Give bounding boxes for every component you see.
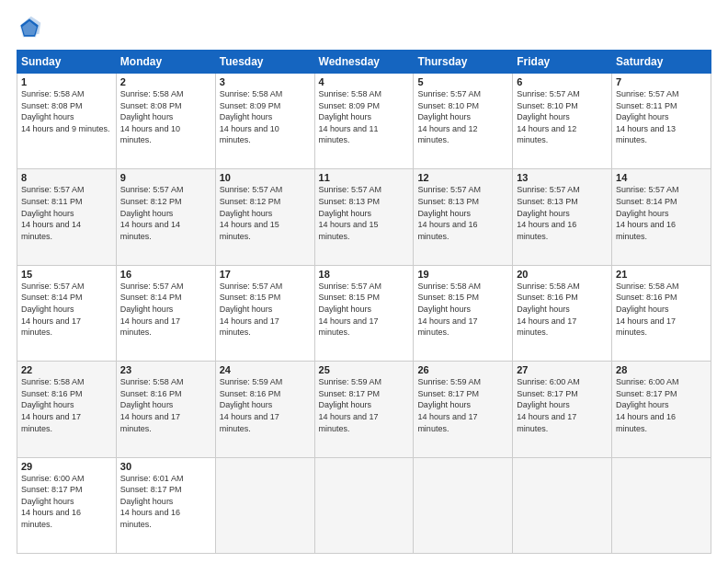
calendar-cell: 5Sunrise: 5:57 AMSunset: 8:10 PMDaylight… xyxy=(414,74,513,169)
calendar-cell: 18Sunrise: 5:57 AMSunset: 8:15 PMDayligh… xyxy=(314,265,414,361)
calendar-cell: 29Sunrise: 6:00 AMSunset: 8:17 PMDayligh… xyxy=(17,457,117,553)
day-info: Sunrise: 5:58 AMSunset: 8:15 PMDaylight … xyxy=(417,281,508,339)
day-number: 26 xyxy=(417,364,508,375)
day-info: Sunrise: 5:57 AMSunset: 8:12 PMDaylight … xyxy=(220,184,311,242)
day-number: 4 xyxy=(319,76,410,87)
day-info: Sunrise: 5:58 AMSunset: 8:09 PMDaylight … xyxy=(319,88,410,146)
calendar-cell: 23Sunrise: 5:58 AMSunset: 8:16 PMDayligh… xyxy=(116,362,215,457)
page: SundayMondayTuesdayWednesdayThursdayFrid… xyxy=(0,0,728,563)
day-number: 9 xyxy=(120,172,211,183)
calendar-cell: 1Sunrise: 5:58 AMSunset: 8:08 PMDaylight… xyxy=(17,74,117,169)
day-info: Sunrise: 5:57 AMSunset: 8:10 PMDaylight … xyxy=(517,88,608,146)
calendar-cell: 14Sunrise: 5:57 AMSunset: 8:14 PMDayligh… xyxy=(612,169,711,265)
day-number: 15 xyxy=(21,269,112,280)
weekday-header-monday: Monday xyxy=(116,51,215,74)
day-info: Sunrise: 5:58 AMSunset: 8:16 PMDaylight … xyxy=(517,281,608,339)
day-info: Sunrise: 5:57 AMSunset: 8:13 PMDaylight … xyxy=(517,184,608,242)
calendar-cell: 22Sunrise: 5:58 AMSunset: 8:16 PMDayligh… xyxy=(17,362,117,457)
calendar-cell: 9Sunrise: 5:57 AMSunset: 8:12 PMDaylight… xyxy=(116,169,215,265)
calendar-cell xyxy=(215,457,314,553)
day-number: 11 xyxy=(319,172,410,183)
day-info: Sunrise: 5:59 AMSunset: 8:16 PMDaylight … xyxy=(220,376,311,434)
calendar-week-row: 15Sunrise: 5:57 AMSunset: 8:14 PMDayligh… xyxy=(17,265,711,361)
calendar-cell: 17Sunrise: 5:57 AMSunset: 8:15 PMDayligh… xyxy=(215,265,314,361)
day-number: 10 xyxy=(220,172,311,183)
calendar-cell: 15Sunrise: 5:57 AMSunset: 8:14 PMDayligh… xyxy=(17,265,117,361)
day-info: Sunrise: 5:59 AMSunset: 8:17 PMDaylight … xyxy=(319,376,410,434)
day-number: 5 xyxy=(417,76,508,87)
calendar-cell: 30Sunrise: 6:01 AMSunset: 8:17 PMDayligh… xyxy=(116,457,215,553)
day-info: Sunrise: 6:00 AMSunset: 8:17 PMDaylight … xyxy=(21,473,112,531)
weekday-header-saturday: Saturday xyxy=(612,51,711,74)
day-info: Sunrise: 6:01 AMSunset: 8:17 PMDaylight … xyxy=(120,473,211,531)
day-info: Sunrise: 5:57 AMSunset: 8:14 PMDaylight … xyxy=(616,184,707,242)
day-info: Sunrise: 5:57 AMSunset: 8:11 PMDaylight … xyxy=(616,88,707,146)
day-info: Sunrise: 5:57 AMSunset: 8:13 PMDaylight … xyxy=(319,184,410,242)
calendar-cell xyxy=(612,457,711,553)
day-number: 6 xyxy=(517,76,608,87)
calendar-cell: 8Sunrise: 5:57 AMSunset: 8:11 PMDaylight… xyxy=(17,169,117,265)
day-info: Sunrise: 5:57 AMSunset: 8:15 PMDaylight … xyxy=(220,281,311,339)
day-number: 8 xyxy=(21,172,112,183)
calendar-week-row: 29Sunrise: 6:00 AMSunset: 8:17 PMDayligh… xyxy=(17,457,711,553)
day-info: Sunrise: 5:58 AMSunset: 8:16 PMDaylight … xyxy=(616,281,707,339)
day-info: Sunrise: 5:57 AMSunset: 8:15 PMDaylight … xyxy=(319,281,410,339)
day-number: 27 xyxy=(517,364,608,375)
calendar-cell xyxy=(314,457,414,553)
day-info: Sunrise: 5:57 AMSunset: 8:13 PMDaylight … xyxy=(417,184,508,242)
calendar-cell: 27Sunrise: 6:00 AMSunset: 8:17 PMDayligh… xyxy=(513,362,612,457)
day-number: 19 xyxy=(417,269,508,280)
day-number: 30 xyxy=(120,461,211,472)
calendar-cell: 12Sunrise: 5:57 AMSunset: 8:13 PMDayligh… xyxy=(414,169,513,265)
day-number: 22 xyxy=(21,364,112,375)
calendar-week-row: 22Sunrise: 5:58 AMSunset: 8:16 PMDayligh… xyxy=(17,362,711,457)
header xyxy=(17,15,711,40)
calendar-cell: 20Sunrise: 5:58 AMSunset: 8:16 PMDayligh… xyxy=(513,265,612,361)
day-info: Sunrise: 5:57 AMSunset: 8:14 PMDaylight … xyxy=(120,281,211,339)
day-number: 23 xyxy=(120,364,211,375)
day-number: 7 xyxy=(616,76,707,87)
day-number: 3 xyxy=(220,76,311,87)
day-info: Sunrise: 5:58 AMSunset: 8:09 PMDaylight … xyxy=(220,88,311,146)
day-info: Sunrise: 5:57 AMSunset: 8:10 PMDaylight … xyxy=(417,88,508,146)
weekday-header-friday: Friday xyxy=(513,51,612,74)
day-number: 25 xyxy=(319,364,410,375)
calendar-cell: 24Sunrise: 5:59 AMSunset: 8:16 PMDayligh… xyxy=(215,362,314,457)
day-number: 16 xyxy=(120,269,211,280)
calendar-cell: 26Sunrise: 5:59 AMSunset: 8:17 PMDayligh… xyxy=(414,362,513,457)
day-number: 1 xyxy=(21,76,112,87)
day-number: 17 xyxy=(220,269,311,280)
calendar-cell: 2Sunrise: 5:58 AMSunset: 8:08 PMDaylight… xyxy=(116,74,215,169)
day-info: Sunrise: 6:00 AMSunset: 8:17 PMDaylight … xyxy=(616,376,707,434)
day-info: Sunrise: 5:58 AMSunset: 8:16 PMDaylight … xyxy=(21,376,112,434)
logo xyxy=(17,15,46,40)
day-number: 13 xyxy=(517,172,608,183)
weekday-header-tuesday: Tuesday xyxy=(215,51,314,74)
day-info: Sunrise: 5:59 AMSunset: 8:17 PMDaylight … xyxy=(417,376,508,434)
calendar-cell: 11Sunrise: 5:57 AMSunset: 8:13 PMDayligh… xyxy=(314,169,414,265)
day-number: 2 xyxy=(120,76,211,87)
day-number: 12 xyxy=(417,172,508,183)
calendar-week-row: 8Sunrise: 5:57 AMSunset: 8:11 PMDaylight… xyxy=(17,169,711,265)
day-info: Sunrise: 5:57 AMSunset: 8:11 PMDaylight … xyxy=(21,184,112,242)
calendar-cell: 7Sunrise: 5:57 AMSunset: 8:11 PMDaylight… xyxy=(612,74,711,169)
calendar-cell: 4Sunrise: 5:58 AMSunset: 8:09 PMDaylight… xyxy=(314,74,414,169)
calendar-week-row: 1Sunrise: 5:58 AMSunset: 8:08 PMDaylight… xyxy=(17,74,711,169)
weekday-header-wednesday: Wednesday xyxy=(314,51,414,74)
calendar-cell: 28Sunrise: 6:00 AMSunset: 8:17 PMDayligh… xyxy=(612,362,711,457)
calendar-cell: 25Sunrise: 5:59 AMSunset: 8:17 PMDayligh… xyxy=(314,362,414,457)
day-number: 20 xyxy=(517,269,608,280)
weekday-header-row: SundayMondayTuesdayWednesdayThursdayFrid… xyxy=(17,51,711,74)
day-number: 24 xyxy=(220,364,311,375)
day-info: Sunrise: 5:57 AMSunset: 8:12 PMDaylight … xyxy=(120,184,211,242)
calendar-cell: 13Sunrise: 5:57 AMSunset: 8:13 PMDayligh… xyxy=(513,169,612,265)
day-number: 29 xyxy=(21,461,112,472)
calendar-cell: 6Sunrise: 5:57 AMSunset: 8:10 PMDaylight… xyxy=(513,74,612,169)
calendar-cell: 19Sunrise: 5:58 AMSunset: 8:15 PMDayligh… xyxy=(414,265,513,361)
day-number: 18 xyxy=(319,269,410,280)
calendar-cell: 16Sunrise: 5:57 AMSunset: 8:14 PMDayligh… xyxy=(116,265,215,361)
day-info: Sunrise: 6:00 AMSunset: 8:17 PMDaylight … xyxy=(517,376,608,434)
day-number: 14 xyxy=(616,172,707,183)
calendar-cell xyxy=(414,457,513,553)
weekday-header-thursday: Thursday xyxy=(414,51,513,74)
